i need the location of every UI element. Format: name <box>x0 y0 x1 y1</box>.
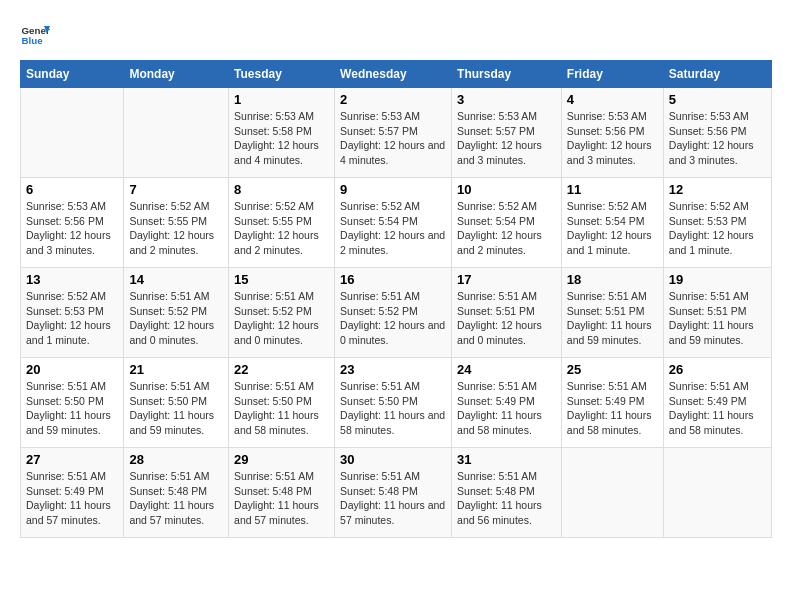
day-number: 23 <box>340 362 446 377</box>
day-cell: 1Sunrise: 5:53 AMSunset: 5:58 PMDaylight… <box>229 88 335 178</box>
day-info: Sunrise: 5:51 AMSunset: 5:51 PMDaylight:… <box>457 289 556 348</box>
day-number: 11 <box>567 182 658 197</box>
weekday-header-row: SundayMondayTuesdayWednesdayThursdayFrid… <box>21 61 772 88</box>
day-info: Sunrise: 5:51 AMSunset: 5:49 PMDaylight:… <box>669 379 766 438</box>
week-row-2: 6Sunrise: 5:53 AMSunset: 5:56 PMDaylight… <box>21 178 772 268</box>
day-cell <box>21 88 124 178</box>
day-number: 31 <box>457 452 556 467</box>
day-info: Sunrise: 5:53 AMSunset: 5:57 PMDaylight:… <box>457 109 556 168</box>
day-info: Sunrise: 5:51 AMSunset: 5:50 PMDaylight:… <box>129 379 223 438</box>
day-info: Sunrise: 5:53 AMSunset: 5:58 PMDaylight:… <box>234 109 329 168</box>
logo: General Blue <box>20 20 50 50</box>
weekday-header-thursday: Thursday <box>452 61 562 88</box>
day-info: Sunrise: 5:52 AMSunset: 5:53 PMDaylight:… <box>26 289 118 348</box>
day-cell: 25Sunrise: 5:51 AMSunset: 5:49 PMDayligh… <box>561 358 663 448</box>
page-header: General Blue <box>20 20 772 50</box>
day-info: Sunrise: 5:53 AMSunset: 5:56 PMDaylight:… <box>669 109 766 168</box>
weekday-header-friday: Friday <box>561 61 663 88</box>
day-number: 30 <box>340 452 446 467</box>
day-cell: 11Sunrise: 5:52 AMSunset: 5:54 PMDayligh… <box>561 178 663 268</box>
day-number: 14 <box>129 272 223 287</box>
day-cell <box>561 448 663 538</box>
day-number: 8 <box>234 182 329 197</box>
day-cell: 17Sunrise: 5:51 AMSunset: 5:51 PMDayligh… <box>452 268 562 358</box>
day-info: Sunrise: 5:51 AMSunset: 5:51 PMDaylight:… <box>669 289 766 348</box>
day-number: 19 <box>669 272 766 287</box>
day-info: Sunrise: 5:51 AMSunset: 5:51 PMDaylight:… <box>567 289 658 348</box>
day-info: Sunrise: 5:51 AMSunset: 5:52 PMDaylight:… <box>340 289 446 348</box>
day-cell: 30Sunrise: 5:51 AMSunset: 5:48 PMDayligh… <box>335 448 452 538</box>
day-cell: 19Sunrise: 5:51 AMSunset: 5:51 PMDayligh… <box>663 268 771 358</box>
day-number: 3 <box>457 92 556 107</box>
calendar-table: SundayMondayTuesdayWednesdayThursdayFrid… <box>20 60 772 538</box>
weekday-header-monday: Monday <box>124 61 229 88</box>
day-cell: 14Sunrise: 5:51 AMSunset: 5:52 PMDayligh… <box>124 268 229 358</box>
day-info: Sunrise: 5:51 AMSunset: 5:50 PMDaylight:… <box>26 379 118 438</box>
day-number: 28 <box>129 452 223 467</box>
day-number: 17 <box>457 272 556 287</box>
day-number: 7 <box>129 182 223 197</box>
day-cell: 9Sunrise: 5:52 AMSunset: 5:54 PMDaylight… <box>335 178 452 268</box>
weekday-header-tuesday: Tuesday <box>229 61 335 88</box>
day-cell <box>124 88 229 178</box>
day-info: Sunrise: 5:51 AMSunset: 5:48 PMDaylight:… <box>340 469 446 528</box>
day-cell: 26Sunrise: 5:51 AMSunset: 5:49 PMDayligh… <box>663 358 771 448</box>
week-row-4: 20Sunrise: 5:51 AMSunset: 5:50 PMDayligh… <box>21 358 772 448</box>
day-info: Sunrise: 5:52 AMSunset: 5:53 PMDaylight:… <box>669 199 766 258</box>
week-row-1: 1Sunrise: 5:53 AMSunset: 5:58 PMDaylight… <box>21 88 772 178</box>
day-number: 13 <box>26 272 118 287</box>
day-number: 24 <box>457 362 556 377</box>
day-info: Sunrise: 5:51 AMSunset: 5:50 PMDaylight:… <box>340 379 446 438</box>
weekday-header-wednesday: Wednesday <box>335 61 452 88</box>
day-cell: 6Sunrise: 5:53 AMSunset: 5:56 PMDaylight… <box>21 178 124 268</box>
day-cell: 3Sunrise: 5:53 AMSunset: 5:57 PMDaylight… <box>452 88 562 178</box>
weekday-header-sunday: Sunday <box>21 61 124 88</box>
day-info: Sunrise: 5:51 AMSunset: 5:52 PMDaylight:… <box>129 289 223 348</box>
day-info: Sunrise: 5:52 AMSunset: 5:55 PMDaylight:… <box>234 199 329 258</box>
day-number: 5 <box>669 92 766 107</box>
day-info: Sunrise: 5:51 AMSunset: 5:49 PMDaylight:… <box>567 379 658 438</box>
day-number: 25 <box>567 362 658 377</box>
day-cell: 24Sunrise: 5:51 AMSunset: 5:49 PMDayligh… <box>452 358 562 448</box>
day-info: Sunrise: 5:52 AMSunset: 5:54 PMDaylight:… <box>340 199 446 258</box>
day-info: Sunrise: 5:52 AMSunset: 5:54 PMDaylight:… <box>567 199 658 258</box>
day-cell: 2Sunrise: 5:53 AMSunset: 5:57 PMDaylight… <box>335 88 452 178</box>
day-info: Sunrise: 5:51 AMSunset: 5:48 PMDaylight:… <box>457 469 556 528</box>
day-cell: 10Sunrise: 5:52 AMSunset: 5:54 PMDayligh… <box>452 178 562 268</box>
day-cell: 21Sunrise: 5:51 AMSunset: 5:50 PMDayligh… <box>124 358 229 448</box>
day-info: Sunrise: 5:53 AMSunset: 5:56 PMDaylight:… <box>567 109 658 168</box>
day-info: Sunrise: 5:52 AMSunset: 5:54 PMDaylight:… <box>457 199 556 258</box>
logo-icon: General Blue <box>20 20 50 50</box>
day-info: Sunrise: 5:52 AMSunset: 5:55 PMDaylight:… <box>129 199 223 258</box>
weekday-header-saturday: Saturday <box>663 61 771 88</box>
day-cell: 4Sunrise: 5:53 AMSunset: 5:56 PMDaylight… <box>561 88 663 178</box>
day-cell: 13Sunrise: 5:52 AMSunset: 5:53 PMDayligh… <box>21 268 124 358</box>
day-cell: 7Sunrise: 5:52 AMSunset: 5:55 PMDaylight… <box>124 178 229 268</box>
day-cell: 22Sunrise: 5:51 AMSunset: 5:50 PMDayligh… <box>229 358 335 448</box>
day-number: 22 <box>234 362 329 377</box>
day-number: 20 <box>26 362 118 377</box>
day-cell: 23Sunrise: 5:51 AMSunset: 5:50 PMDayligh… <box>335 358 452 448</box>
day-info: Sunrise: 5:51 AMSunset: 5:49 PMDaylight:… <box>26 469 118 528</box>
day-cell: 15Sunrise: 5:51 AMSunset: 5:52 PMDayligh… <box>229 268 335 358</box>
day-cell: 5Sunrise: 5:53 AMSunset: 5:56 PMDaylight… <box>663 88 771 178</box>
day-info: Sunrise: 5:51 AMSunset: 5:52 PMDaylight:… <box>234 289 329 348</box>
day-cell: 31Sunrise: 5:51 AMSunset: 5:48 PMDayligh… <box>452 448 562 538</box>
day-cell: 29Sunrise: 5:51 AMSunset: 5:48 PMDayligh… <box>229 448 335 538</box>
day-number: 10 <box>457 182 556 197</box>
day-info: Sunrise: 5:51 AMSunset: 5:49 PMDaylight:… <box>457 379 556 438</box>
day-info: Sunrise: 5:53 AMSunset: 5:57 PMDaylight:… <box>340 109 446 168</box>
day-cell: 28Sunrise: 5:51 AMSunset: 5:48 PMDayligh… <box>124 448 229 538</box>
day-number: 16 <box>340 272 446 287</box>
day-number: 6 <box>26 182 118 197</box>
day-info: Sunrise: 5:53 AMSunset: 5:56 PMDaylight:… <box>26 199 118 258</box>
day-number: 27 <box>26 452 118 467</box>
day-number: 12 <box>669 182 766 197</box>
day-cell <box>663 448 771 538</box>
week-row-3: 13Sunrise: 5:52 AMSunset: 5:53 PMDayligh… <box>21 268 772 358</box>
day-number: 2 <box>340 92 446 107</box>
day-cell: 16Sunrise: 5:51 AMSunset: 5:52 PMDayligh… <box>335 268 452 358</box>
day-number: 15 <box>234 272 329 287</box>
day-cell: 27Sunrise: 5:51 AMSunset: 5:49 PMDayligh… <box>21 448 124 538</box>
day-number: 1 <box>234 92 329 107</box>
